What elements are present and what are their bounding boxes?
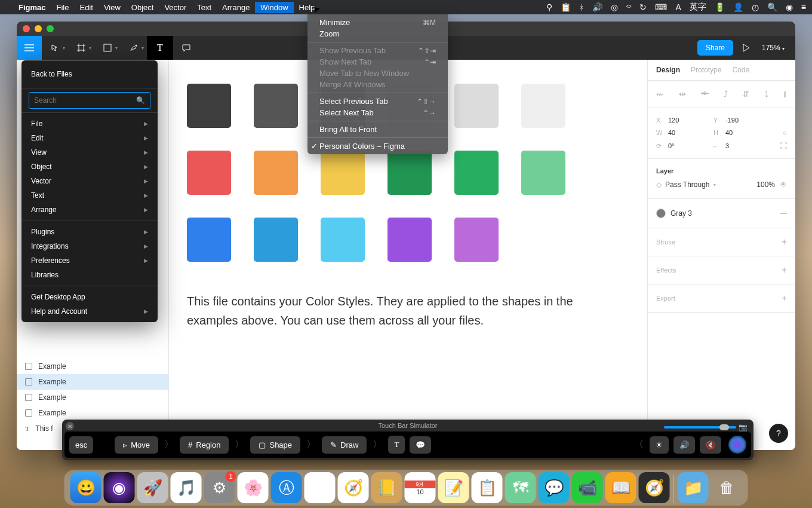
spotlight-icon[interactable]: 🔍 [767, 2, 777, 12]
menu-item-libraries[interactable]: Libraries [21, 268, 158, 282]
chevron-left-icon[interactable]: 〈 [633, 439, 645, 451]
color-swatch[interactable] [187, 151, 231, 195]
w-value[interactable]: 40 [668, 129, 675, 136]
battery-icon[interactable]: 🔋 [715, 2, 725, 12]
menubar-text[interactable]: Text [192, 3, 217, 12]
siri-icon[interactable] [728, 436, 746, 454]
menu-item-get-desktop-app[interactable]: Get Desktop App [21, 290, 158, 304]
siri-icon[interactable]: ◉ [786, 2, 793, 12]
fill-style-name[interactable]: Gray 3 [670, 209, 692, 218]
help-button[interactable]: ? [769, 424, 788, 443]
distribute-icon[interactable]: ⫿ [783, 89, 787, 99]
menubar-view[interactable]: View [99, 3, 126, 12]
menubar-edit[interactable]: Edit [74, 3, 98, 12]
layer-row[interactable]: Example [17, 374, 168, 390]
brightness-slider[interactable] [664, 426, 736, 429]
color-swatch[interactable] [187, 218, 231, 262]
opacity-value[interactable]: 100% [756, 180, 775, 189]
color-swatch[interactable] [187, 84, 231, 128]
attachment-icon[interactable]: ⚲ [546, 2, 552, 12]
present-button[interactable] [738, 44, 755, 52]
dock-finder[interactable]: 😀 [70, 472, 102, 503]
align-right-icon[interactable]: ⬲ [700, 89, 709, 99]
minimize-window-button[interactable] [35, 25, 42, 32]
maximize-window-button[interactable] [47, 25, 54, 32]
menu-item-integrations[interactable]: Integrations▶ [21, 239, 158, 253]
blend-mode[interactable]: Pass Through [665, 180, 710, 189]
align-vcenter-icon[interactable]: ⇵ [742, 89, 749, 99]
color-swatch[interactable] [454, 218, 499, 262]
menu-item-file[interactable]: File▶ [21, 117, 158, 131]
search-input[interactable] [34, 96, 136, 105]
tab-design[interactable]: Design [656, 66, 680, 74]
dock-reminders[interactable]: 📋 [472, 472, 503, 503]
close-icon[interactable]: ✕ [66, 422, 74, 430]
color-swatch[interactable] [387, 218, 432, 262]
menubar-window[interactable]: Window [255, 2, 293, 13]
tb-region-button[interactable]: #Region [180, 436, 229, 454]
volume-icon[interactable]: 🔊 [592, 2, 602, 12]
h-value[interactable]: 40 [725, 129, 733, 136]
tb-shape-button[interactable]: ▢Shape [250, 436, 300, 454]
visibility-icon[interactable]: 👁 [780, 180, 787, 189]
constrain-icon[interactable]: ⟐ [783, 128, 787, 137]
menu-item-arrange[interactable]: Arrange▶ [21, 203, 158, 217]
menu-bring-all-front[interactable]: Bring All to Front [307, 124, 448, 135]
detach-style-icon[interactable]: — [780, 209, 787, 218]
fill-color-chip[interactable] [656, 209, 666, 218]
menubar-file[interactable]: File [51, 3, 75, 12]
tb-mute-button[interactable]: 🔇 [700, 436, 721, 454]
circle-icon[interactable]: ◎ [611, 2, 618, 12]
layer-row[interactable]: Example [17, 390, 168, 405]
color-swatch[interactable] [387, 151, 432, 195]
move-tool-button[interactable]: ▾ [42, 36, 68, 60]
tb-esc-button[interactable]: esc [69, 436, 93, 454]
shape-tool-button[interactable]: ▾ [94, 36, 121, 60]
x-value[interactable]: 120 [668, 117, 679, 124]
input-source-icon[interactable]: A [675, 2, 681, 12]
dock-maps[interactable]: 🗺 [505, 472, 536, 503]
dock-trash[interactable]: 🗑 [711, 472, 742, 503]
menubar-app[interactable]: Figmac [13, 3, 51, 12]
dock-mail[interactable]: ✉ [304, 472, 336, 503]
menu-window-personal-colors[interactable]: ✓Personal Colors – Figma [307, 140, 448, 152]
tb-draw-button[interactable]: ✎Draw [322, 436, 367, 454]
independent-corners-icon[interactable]: ⛶ [780, 142, 787, 150]
frame-tool-button[interactable]: ▾ [68, 36, 94, 60]
dock-launchpad[interactable]: 🚀 [137, 472, 168, 503]
zoom-level[interactable]: 175% ▾ [759, 44, 787, 52]
dock-facetime[interactable]: 📹 [572, 472, 603, 503]
wifi-icon[interactable]: ⌔ [626, 2, 631, 12]
share-button[interactable]: Share [697, 40, 733, 56]
keyboard-icon[interactable]: ⌨ [655, 2, 667, 12]
align-hcenter-icon[interactable]: ⇹ [679, 89, 686, 99]
tb-volume-button[interactable]: 🔊 [673, 436, 695, 454]
main-menu-button[interactable] [17, 36, 42, 60]
align-left-icon[interactable]: ⬰ [656, 89, 664, 99]
color-swatch[interactable] [254, 151, 298, 195]
dock-downloads[interactable]: 📁 [678, 472, 709, 503]
menu-item-object[interactable]: Object▶ [21, 160, 158, 174]
menu-search[interactable]: 🔍 [29, 92, 150, 109]
dock-calendar[interactable]: 9月10 [405, 472, 436, 503]
dock-app[interactable]: 🧭 [639, 472, 670, 503]
tab-code[interactable]: Code [732, 66, 749, 74]
timemachine-icon[interactable]: ↻ [639, 2, 647, 12]
menu-select-next-tab[interactable]: Select Next Tab⌃→ [307, 107, 448, 118]
dock-music[interactable]: 🎵 [171, 472, 202, 503]
dock-notes[interactable]: 📝 [438, 472, 469, 503]
add-export-button[interactable]: + [782, 293, 787, 304]
menu-item-plugins[interactable]: Plugins▶ [21, 225, 158, 239]
ime-icon[interactable]: 英字 [690, 2, 706, 13]
menubar-vector[interactable]: Vector [159, 3, 192, 12]
color-swatch[interactable] [521, 151, 565, 195]
clipboard-icon[interactable]: 📋 [561, 2, 571, 12]
menu-item-view[interactable]: View▶ [21, 145, 158, 160]
tb-comment-button[interactable]: 💬 [410, 436, 431, 454]
radius-value[interactable]: 3 [725, 142, 729, 149]
layer-row[interactable]: Example [17, 359, 168, 374]
dock-safari[interactable]: 🧭 [338, 472, 369, 503]
notifications-icon[interactable]: ≡ [801, 2, 806, 12]
dock-books[interactable]: 📖 [605, 472, 636, 503]
tab-prototype[interactable]: Prototype [691, 66, 721, 74]
